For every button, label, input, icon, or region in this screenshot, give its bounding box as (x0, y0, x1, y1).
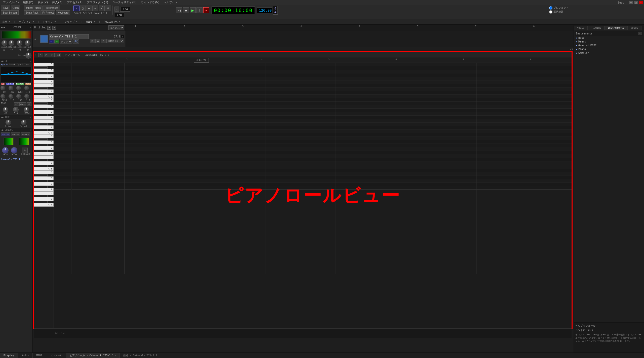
tube-output-knob[interactable] (21, 120, 26, 125)
layout-select[interactable]: カスタム (108, 25, 124, 30)
eq-freq2-knob[interactable] (24, 107, 29, 112)
erase-tool[interactable]: ⌫ (105, 6, 111, 11)
compressor-close[interactable]: × (30, 26, 31, 29)
menu-file[interactable]: ファイル(F) (1, 1, 21, 4)
pr-erase-btn[interactable]: ⌫ (55, 53, 61, 57)
key-f2[interactable]: F (34, 188, 54, 192)
key-d4[interactable]: D (34, 125, 54, 129)
key-as4[interactable] (34, 102, 48, 105)
key-fs4[interactable] (34, 114, 48, 116)
eq-level-knob[interactable] (13, 107, 19, 112)
menu-process[interactable]: プロセス(P) (65, 1, 85, 4)
menu-insert[interactable]: 挿入(I) (50, 1, 65, 4)
key-f3[interactable]: F (34, 152, 54, 156)
audio-tab[interactable]: Audio (18, 353, 33, 358)
key-g5[interactable]: G (34, 74, 54, 78)
eq-hybrid[interactable]: Hybrid (1, 64, 8, 66)
key-gs2[interactable] (34, 180, 48, 182)
rewind-button[interactable]: ⏮ (176, 7, 182, 13)
pause-button[interactable]: ⏸ (196, 7, 203, 13)
key-fs5[interactable] (34, 78, 48, 80)
eq-close[interactable]: × (30, 60, 31, 62)
fit-project-button[interactable]: Fit Project (41, 10, 55, 15)
key-gs5[interactable] (34, 72, 48, 74)
key-ds5[interactable] (34, 87, 48, 89)
media-tab[interactable]: Media (574, 26, 588, 30)
eq-pure[interactable]: Pure (9, 64, 14, 66)
open-button[interactable]: Open (11, 6, 20, 10)
key-d3[interactable]: D (34, 161, 54, 165)
eq-freq-knob[interactable] (3, 107, 8, 112)
pr-smart-btn[interactable]: ↖ (38, 53, 43, 57)
s-type-button[interactable]: S-TYPE (1, 132, 10, 136)
maximize-button[interactable]: □ (634, 1, 638, 4)
key-e2[interactable]: E (34, 192, 54, 195)
key-ds3[interactable] (34, 159, 48, 161)
eq-knob-3[interactable] (16, 86, 21, 90)
key-cs4[interactable] (34, 129, 48, 131)
menu-help[interactable]: ヘルプ(H) (162, 1, 179, 4)
add-track-button[interactable]: + (47, 26, 51, 30)
menu-project[interactable]: プロジェクト(J) (85, 1, 110, 4)
key-a3[interactable]: A (34, 141, 54, 144)
close-button[interactable]: × (639, 1, 643, 4)
stop-button[interactable]: ■ (183, 7, 189, 13)
key-a2[interactable]: A (34, 176, 54, 180)
pr-select-btn[interactable]: ▢ (44, 53, 49, 57)
n-type-button[interactable]: N-TYPE (11, 132, 20, 136)
key-g2[interactable]: G (34, 182, 54, 186)
quantize-icon[interactable]: ♩ (114, 7, 119, 12)
pr-close[interactable]: × (35, 53, 36, 57)
key-c5[interactable]: C 5 (34, 95, 54, 99)
midi-tab[interactable]: MIDI (33, 353, 46, 358)
eq-knob-8[interactable] (24, 94, 29, 99)
edit-tool[interactable]: ✏ (92, 6, 98, 11)
key-ds2[interactable] (34, 195, 48, 197)
key-gs4[interactable] (34, 108, 48, 110)
save-button[interactable]: Save (1, 6, 10, 10)
selection-radio[interactable] (549, 10, 552, 14)
key-e3[interactable]: E (34, 156, 54, 159)
option-btn[interactable]: オプション ▾ (18, 20, 35, 24)
clip-select[interactable]: クリップ (60, 39, 72, 43)
read-button[interactable]: R (90, 39, 95, 43)
key-cs2[interactable] (34, 201, 48, 203)
synth-rack-button[interactable]: Synth Rack (24, 10, 40, 15)
key-g3[interactable]: G (34, 146, 54, 150)
key-b5[interactable]: B (34, 63, 54, 66)
drive-knob[interactable] (11, 147, 17, 154)
minimize-button[interactable]: ─ (629, 1, 633, 4)
play-button[interactable]: ▶ (190, 7, 196, 13)
eq-e-type[interactable]: E-Type (14, 64, 21, 66)
key-b3[interactable]: B (34, 135, 54, 138)
key-b2[interactable]: B (34, 171, 54, 174)
key-a5[interactable]: A (34, 69, 54, 72)
midi-btn[interactable]: MIDI ▾ (85, 20, 96, 23)
menu-edit[interactable]: 編集(E) (21, 1, 36, 4)
move-tool[interactable]: ✥ (86, 6, 92, 11)
auto-button[interactable]: A (101, 39, 106, 43)
quantize-value[interactable]: 1/4 (120, 7, 130, 12)
a-type-button[interactable]: A-TYPE (21, 132, 30, 136)
key-e4[interactable]: E (34, 120, 54, 123)
key-cs5[interactable] (34, 93, 48, 95)
key-gs3[interactable] (34, 144, 48, 146)
key-b4[interactable]: B (34, 99, 54, 102)
key-d5[interactable]: D (34, 89, 54, 93)
piano-roll-bottom-tab[interactable]: ピアノロール - Cakewalk TTS-1 1 × (66, 353, 120, 358)
instruments-tab[interactable]: Instruments (605, 26, 627, 30)
menu-utility[interactable]: ユーティリティ(U) (110, 1, 139, 4)
key-fs3[interactable] (34, 150, 48, 152)
select-tool[interactable]: ▢ (80, 6, 86, 11)
view-btn[interactable]: 表示 ▾ (1, 20, 11, 24)
folder-sampler[interactable]: ▶ Sampler (575, 51, 643, 55)
key-as2[interactable] (34, 174, 48, 176)
draw-tool[interactable]: ╱ (99, 6, 105, 11)
fx-button[interactable]: FX (73, 39, 79, 43)
tempo-bottom-tab[interactable]: 経過 - Cakewalk TTS-1 1 (120, 353, 161, 358)
output-knob[interactable] (25, 40, 30, 46)
track-name[interactable]: Cakewalk TTS-1 1 (49, 34, 89, 39)
track-options-button[interactable]: ≡ (52, 26, 56, 30)
region-fx-btn[interactable]: Region FX ▾ (103, 20, 121, 23)
eq-knob-5[interactable] (1, 94, 5, 99)
